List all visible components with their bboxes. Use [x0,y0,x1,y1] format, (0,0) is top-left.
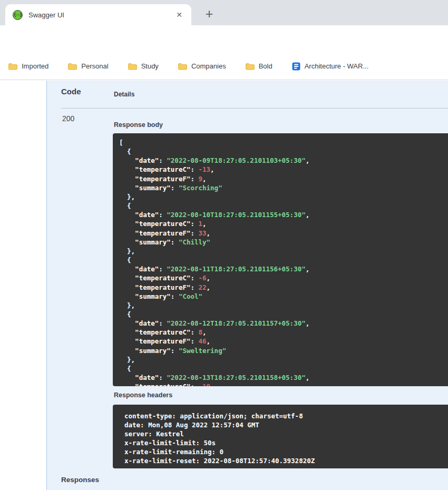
bookmark-folder-personal[interactable]: Personal [68,62,108,70]
folder-icon [178,62,187,70]
table-header-divider [61,108,448,109]
response-body-code[interactable]: [ { "date": "2022-08-09T18:27:05.2101103… [113,133,448,386]
page-content: Code Details 200 Response body [ { "date… [0,81,448,490]
responses-code-header: Code [61,87,81,96]
response-body-label: Response body [114,121,163,129]
tab-strip: {··} Swagger UI ✕ + [0,0,448,25]
bookmark-label: Companies [191,62,226,70]
doc-icon [292,62,300,71]
response-headers-label: Response headers [114,391,172,399]
responses-details-header: Details [114,91,134,98]
bookmark-label: Personal [81,62,108,70]
tab-close-icon[interactable]: ✕ [173,9,185,21]
response-body-json: [ { "date": "2022-08-09T18:27:05.2101103… [113,133,448,386]
browser-tab[interactable]: {··} Swagger UI ✕ [5,4,191,25]
swagger-get-opblock: Code Details 200 Response body [ { "date… [46,81,448,490]
response-headers-text: content-type: application/json; charset=… [113,405,448,465]
status-code: 200 [62,114,74,123]
swagger-logo-icon: {··} [13,10,23,20]
folder-icon [8,62,17,70]
bookmark-folder-study[interactable]: Study [128,62,159,70]
new-tab-button[interactable]: + [201,6,218,21]
browser-toolbar: localhost:7134/swagger/index.html [0,25,448,53]
bookmark-folder-companies[interactable]: Companies [178,62,226,70]
bookmarks-bar: Imported Personal Study Companies Bold A… [0,53,448,80]
bookmark-folder-bold[interactable]: Bold [246,62,272,70]
responses-section-heading: Responses [61,476,99,484]
tab-title: Swagger UI [28,11,173,19]
bookmark-architecture[interactable]: Architecture - WAR... [292,62,369,71]
bookmark-label: Architecture - WAR... [305,62,369,70]
folder-icon [128,62,137,70]
response-headers-code[interactable]: content-type: application/json; charset=… [113,405,448,468]
folder-icon [246,62,255,70]
bookmark-label: Bold [259,62,272,70]
bookmark-label: Imported [22,62,48,70]
bookmark-folder-imported[interactable]: Imported [8,62,48,70]
bookmark-label: Study [141,62,159,70]
folder-icon [68,62,77,70]
